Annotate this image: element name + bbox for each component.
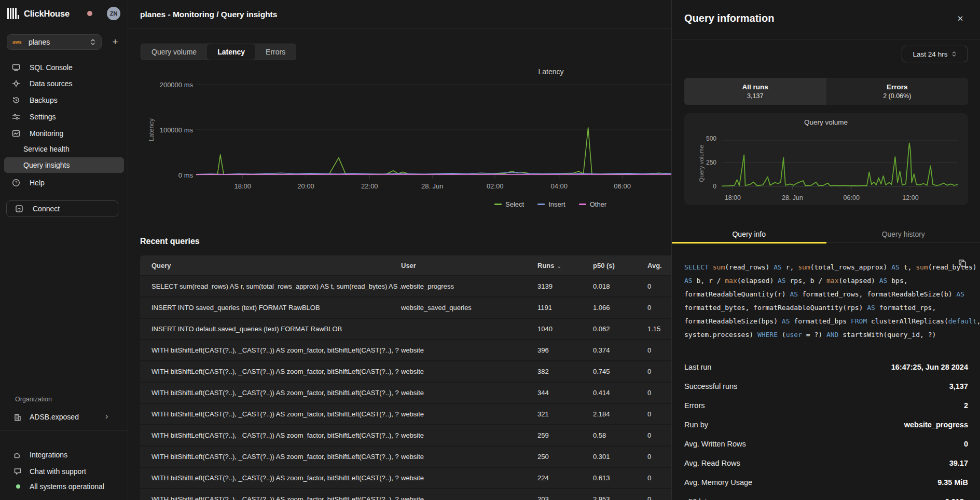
table-row[interactable]: WITH bitShiftLeft(CAST(?..), _CAST(?..))…	[140, 404, 737, 424]
cell-runs: 1040	[537, 325, 593, 333]
tab-query-volume[interactable]: Query volume	[141, 44, 207, 60]
query-volume-y-axis-label: Query volume	[698, 145, 705, 182]
cell-user: website	[401, 368, 537, 375]
legend-item-insert[interactable]: Insert	[537, 200, 565, 208]
latency-xtick: 28. Jun	[421, 182, 444, 190]
tab-errors[interactable]: Errors	[255, 44, 296, 60]
table-row[interactable]: WITH bitShiftLeft(CAST(?..), _CAST(?..))…	[140, 425, 737, 445]
cell-p50: 0.374	[593, 346, 647, 354]
tab-query-info[interactable]: Query info	[672, 227, 826, 242]
latency-xtick: 06:00	[614, 182, 631, 190]
cell-user: website	[401, 453, 537, 461]
column-header-p50[interactable]: p50 (s)	[593, 262, 647, 269]
sidebar-item-sql-console[interactable]: SQL Console	[0, 59, 128, 75]
segment-all-runs[interactable]: All runs 3,137	[684, 78, 826, 105]
query-volume-xtick: 18:00	[725, 194, 741, 201]
sidebar-item-service-health[interactable]: Service health	[4, 141, 124, 157]
sidebar-item-settings[interactable]: Settings	[0, 109, 128, 125]
column-header-query[interactable]: Query	[140, 262, 401, 269]
table-row[interactable]: INSERT INTO saved_queries (text) FORMAT …	[140, 298, 737, 318]
legend-swatch	[537, 204, 545, 205]
table-row[interactable]: WITH bitShiftLeft(CAST(?..), _CAST(?..))…	[140, 468, 737, 488]
table-row[interactable]: INSERT INTO default.saved_queries (text)…	[140, 319, 737, 339]
panel-divider	[672, 39, 980, 39]
stat-row: Last run 16:47:25, Jun 28 2024	[684, 357, 968, 376]
stat-row: Errors 2	[684, 396, 968, 415]
latency-xtick: 22:00	[361, 182, 378, 190]
close-icon[interactable]: ✕	[954, 12, 967, 25]
clickhouse-logo-icon[interactable]	[7, 8, 19, 19]
stat-row: Avg. Read Rows 39.17	[684, 453, 968, 472]
tab-query-history[interactable]: Query history	[826, 227, 980, 242]
cell-query: WITH bitShiftLeft(CAST(?..), _CAST(?..))…	[140, 346, 401, 354]
service-selector-value: planes	[29, 38, 90, 46]
legend-item-select[interactable]: Select	[494, 200, 524, 208]
sidebar-item-organization[interactable]: ADSB.exposed ›	[0, 410, 128, 425]
cell-query: WITH bitShiftLeft(CAST(?..), _CAST(?..))…	[140, 474, 401, 482]
latency-ytick: 100000 ms	[160, 126, 193, 134]
sidebar-item-backups[interactable]: Backups	[0, 92, 128, 108]
legend-label: Select	[505, 200, 524, 208]
sidebar: ClickHouse ZN aws planes + SQL Console D…	[0, 0, 128, 500]
latency-ytick: 200000 ms	[160, 81, 193, 89]
sidebar-item-integrations[interactable]: Integrations	[0, 447, 128, 463]
puzzle-icon	[13, 451, 22, 459]
legend-item-other[interactable]: Other	[579, 200, 607, 208]
cell-runs: 203	[537, 495, 593, 500]
panel-title: Query information	[684, 12, 774, 24]
table-row[interactable]: WITH bitShiftLeft(CAST(?..), _CAST(?..))…	[140, 340, 737, 360]
cell-p50: 2.953	[593, 495, 647, 500]
connect-button[interactable]: Connect	[6, 200, 118, 217]
column-header-user[interactable]: User	[401, 262, 537, 269]
avatar[interactable]: ZN	[107, 7, 120, 20]
sidebar-item-system-status[interactable]: All systems operational	[0, 479, 128, 494]
monitoring-icon	[12, 129, 20, 138]
table-row[interactable]: WITH bitShiftLeft(CAST(?..), _CAST(?..))…	[140, 383, 737, 403]
help-icon: ?	[12, 179, 20, 187]
cell-p50: 0.58	[593, 431, 647, 439]
table-row[interactable]: WITH bitShiftLeft(CAST(?..), _CAST(?..))…	[140, 447, 737, 467]
query-volume-chart	[722, 135, 958, 190]
add-service-button[interactable]: +	[109, 36, 121, 48]
copy-icon[interactable]	[958, 259, 967, 268]
panel-tabs: Query info Query history	[672, 227, 980, 243]
latency-chart	[196, 73, 671, 183]
cell-query: SELECT sum(read_rows) AS r, sum(total_ro…	[140, 282, 401, 290]
segment-errors[interactable]: Errors 2 (0.06%)	[826, 78, 969, 105]
table-row[interactable]: SELECT sum(read_rows) AS r, sum(total_ro…	[140, 276, 737, 296]
sidebar-item-help[interactable]: ? Help	[0, 174, 128, 191]
cell-query: WITH bitShiftLeft(CAST(?..), _CAST(?..))…	[140, 389, 401, 397]
stat-label: Avg. Read Rows	[684, 459, 740, 467]
legend-label: Other	[590, 200, 607, 208]
table-row[interactable]: WITH bitShiftLeft(CAST(?..), _CAST(?..))…	[140, 489, 737, 500]
column-header-runs[interactable]: Runs⌄	[537, 262, 593, 269]
table-row[interactable]: WITH bitShiftLeft(CAST(?..), _CAST(?..))…	[140, 361, 737, 382]
chevron-updown-icon	[90, 38, 96, 46]
sidebar-item-query-insights[interactable]: Query insights	[4, 157, 124, 173]
cell-runs: 259	[537, 431, 593, 439]
latency-xtick: 04:00	[551, 182, 568, 190]
cell-p50: 0.745	[593, 368, 647, 375]
service-selector[interactable]: aws planes	[7, 34, 102, 50]
sidebar-item-data-sources[interactable]: Data sources	[0, 75, 128, 91]
stat-value: 39.17	[949, 459, 968, 467]
query-information-panel: Query information ✕ Last 24 hrs All runs…	[671, 0, 980, 500]
status-green-dot	[16, 484, 20, 489]
cell-query: WITH bitShiftLeft(CAST(?..), _CAST(?..))…	[140, 431, 401, 439]
stat-label: p50 latency	[684, 497, 723, 500]
time-range-select[interactable]: Last 24 hrs	[902, 46, 968, 62]
tab-latency[interactable]: Latency	[207, 44, 255, 60]
stat-row: Successful runs 3,137	[684, 376, 968, 396]
recent-queries-body: SELECT sum(read_rows) AS r, sum(total_ro…	[140, 276, 737, 500]
notification-dot[interactable]	[87, 11, 92, 16]
sidebar-item-chat-support[interactable]: Chat with support	[0, 464, 128, 479]
chart-tabbar: Query volume Latency Errors	[141, 44, 296, 60]
latency-xtick: 18:00	[234, 182, 251, 190]
svg-text:?: ?	[15, 180, 18, 185]
sidebar-item-monitoring[interactable]: Monitoring	[0, 125, 128, 141]
cell-runs: 224	[537, 474, 593, 482]
query-volume-xtick: 06:00	[844, 194, 860, 201]
cell-query: WITH bitShiftLeft(CAST(?..), _CAST(?..))…	[140, 410, 401, 418]
legend-swatch	[579, 204, 586, 205]
cell-query: WITH bitShiftLeft(CAST(?..), _CAST(?..))…	[140, 495, 401, 500]
